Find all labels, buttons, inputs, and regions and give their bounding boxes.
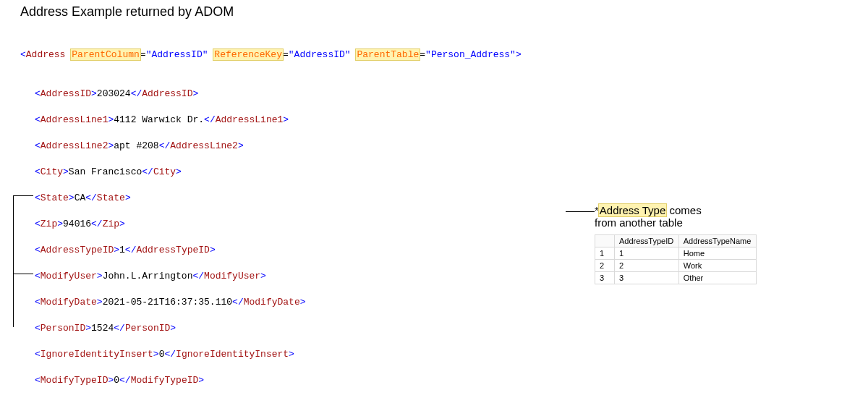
xml-field-addressline2: <AddressLine2>apt #208</AddressLine2> [35, 140, 868, 153]
side-text-line2: from another table [595, 216, 783, 229]
xml-field-addressid: <AddressID>203024</AddressID> [35, 88, 868, 101]
val-parentcolumn: AddressID [151, 49, 202, 60]
addresstype-table: AddressTypeID AddressTypeName 1 1 Home 2… [595, 234, 757, 284]
table-row: 3 3 Other [595, 272, 757, 284]
xml-field-modifydate: <ModifyDate>2021-05-21T16:37:35.110</Mod… [35, 296, 868, 309]
xml-root-open: <Address ParentColumn="AddressID" Refere… [20, 48, 868, 62]
table-header: AddressTypeID [615, 235, 679, 247]
attr-referencekey: ReferenceKey [213, 49, 283, 60]
side-highlight: Address Type [599, 204, 666, 216]
connector-line [13, 195, 14, 327]
table-row: 2 2 Work [595, 260, 757, 272]
page-title: Address Example returned by ADOM [20, 4, 868, 20]
cell-name: Other [678, 272, 756, 284]
xml-field-addressline1: <AddressLine1>4112 Warwick Dr.</AddressL… [35, 114, 868, 127]
val-parenttable: Person_Address [431, 49, 510, 60]
side-annotation: *Address Type comes from another table A… [595, 204, 783, 284]
xml-field-personid: <PersonID>1524</PersonID> [35, 322, 868, 335]
table-row: 1 1 Home [595, 247, 757, 260]
attr-parenttable: ParentTable [356, 49, 420, 60]
table-header-row: AddressTypeID AddressTypeName [595, 235, 757, 247]
side-text-line1: *Address Type comes [595, 204, 783, 216]
row-number: 1 [595, 247, 615, 260]
attr-parentcolumn: ParentColumn [71, 49, 140, 60]
table-header: AddressTypeName [678, 235, 756, 247]
val-referencekey: AddressID [294, 49, 345, 60]
row-number: 3 [595, 272, 615, 284]
connector-line [566, 211, 595, 212]
xml-field-state: <State>CA</State> [35, 192, 868, 205]
cell-id: 2 [615, 260, 679, 272]
cell-name: Work [678, 260, 756, 272]
xml-field-city: <City>San Francisco</City> [35, 166, 868, 179]
connector-line [13, 274, 33, 274]
tag-address: Address [26, 49, 66, 60]
cell-id: 1 [615, 247, 679, 260]
xml-field-ignoreidentityinsert: <IgnoreIdentityInsert>0</IgnoreIdentityI… [35, 348, 868, 361]
cell-id: 3 [615, 272, 679, 284]
connector-line [13, 195, 33, 196]
xml-field-modifytypeid: <ModifyTypeID>0</ModifyTypeID> [35, 374, 868, 387]
row-number: 2 [595, 260, 615, 272]
table-corner [595, 235, 615, 247]
cell-name: Home [678, 247, 756, 260]
